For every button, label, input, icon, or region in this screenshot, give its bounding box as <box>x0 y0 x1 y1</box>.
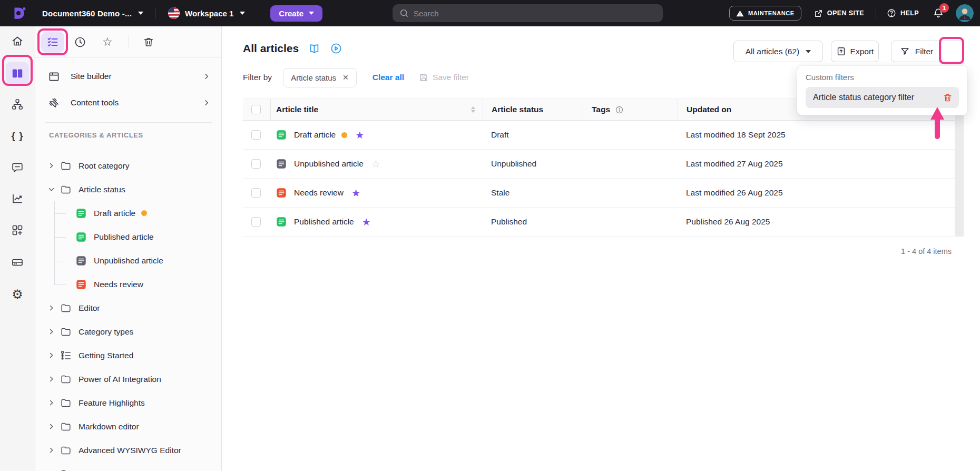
select-all-checkbox[interactable] <box>251 105 261 114</box>
docs-book-icon[interactable] <box>308 43 320 55</box>
folder-icon <box>60 421 72 433</box>
avatar[interactable] <box>956 4 974 22</box>
star-filled-icon[interactable]: ★ <box>362 217 371 227</box>
create-button[interactable]: Create <box>270 5 322 22</box>
folder-icon <box>60 374 72 385</box>
row-checkbox[interactable] <box>251 188 261 198</box>
filter-button-group: Filter <box>891 41 964 62</box>
info-icon[interactable] <box>615 105 624 114</box>
filter-button[interactable]: Filter <box>891 41 942 62</box>
home-icon[interactable] <box>11 35 24 47</box>
clear-all-link[interactable]: Clear all <box>373 73 404 82</box>
workspace-flag-icon <box>168 7 180 19</box>
tree-item-category-types[interactable]: Category types <box>35 320 221 344</box>
recent-clock-icon[interactable] <box>74 36 86 48</box>
article-doc-icon-green <box>75 231 87 243</box>
delete-filter-trash-icon[interactable] <box>943 93 953 103</box>
export-button[interactable]: Export <box>831 41 879 62</box>
categories-section-label: CATEGORIES & ARTICLES <box>49 131 143 139</box>
sitemap-icon[interactable] <box>11 98 24 111</box>
article-title[interactable]: Published article <box>294 217 354 227</box>
chevron-right-icon[interactable] <box>47 328 56 336</box>
tree-item-advanced-wysiwyg-editor[interactable]: Advanced WYSIWYG Editor <box>35 438 221 462</box>
chevron-down-icon <box>138 12 143 15</box>
table-row[interactable]: Published article ★ Published Published … <box>243 208 955 237</box>
tree-item-draft-article[interactable]: Draft article <box>35 201 221 225</box>
tree-item-published-article[interactable]: Published article <box>35 225 221 249</box>
document360-logo-icon <box>11 5 26 21</box>
table-row[interactable]: Needs review ★ Stale Last modified 26 Au… <box>243 179 955 208</box>
api-braces-icon[interactable]: { } <box>11 130 23 142</box>
tree-item-article-status[interactable]: Article status <box>35 178 221 201</box>
project-switcher[interactable]: Document360 Demo -... <box>42 9 143 18</box>
tree-item-power-of-ai-integration[interactable]: Power of AI Integration <box>35 367 221 391</box>
chevron-right-icon[interactable] <box>47 162 56 170</box>
row-checkbox[interactable] <box>251 159 261 169</box>
tree-item-getting-started[interactable]: Getting Started <box>35 344 221 367</box>
tree-item-partial[interactable] <box>35 462 221 471</box>
chevron-right-icon[interactable] <box>47 375 56 383</box>
help-circle-icon <box>887 8 896 18</box>
tree-item-unpublished-article[interactable]: Unpublished article <box>35 249 221 272</box>
table-row[interactable]: Draft article ★ Draft Last modified 18 S… <box>243 121 955 150</box>
star-filled-icon[interactable]: ★ <box>351 188 360 198</box>
widgets-icon[interactable] <box>11 224 24 237</box>
trash-icon[interactable] <box>143 36 154 48</box>
tree-item-feature-highlights[interactable]: Feature Highlights <box>35 391 221 415</box>
global-search <box>393 4 663 22</box>
article-title[interactable]: Draft article <box>294 130 336 140</box>
sidebar-item-site-builder[interactable]: Site builder <box>35 63 221 90</box>
save-filter-button[interactable]: Save filter <box>419 73 469 82</box>
chevron-right-icon[interactable] <box>47 423 56 430</box>
all-articles-list-icon[interactable] <box>41 32 64 53</box>
starred-icon[interactable]: ☆ <box>102 36 113 48</box>
star-filled-icon[interactable]: ★ <box>355 130 364 140</box>
sidebar-item-content-tools[interactable]: Content tools <box>35 90 221 116</box>
tree-item-needs-review[interactable]: Needs review <box>35 272 221 296</box>
workspace-switcher[interactable]: Workspace 1 <box>180 9 245 18</box>
tree-item-root-category[interactable]: Root category <box>35 154 221 178</box>
custom-filters-header: Custom filters <box>806 73 959 82</box>
custom-filter-item[interactable]: Article status category filter <box>806 87 959 108</box>
folder-icon <box>60 468 72 471</box>
table-row[interactable]: Unpublished article ☆ Unpublished Last m… <box>243 150 955 179</box>
filter-label: Filter <box>915 47 933 56</box>
row-checkbox[interactable] <box>251 130 261 140</box>
open-site-button[interactable]: OPEN SITE <box>814 9 864 18</box>
notifications-button[interactable]: 1 <box>933 7 944 19</box>
drive-icon[interactable] <box>11 256 24 269</box>
chevron-right-icon[interactable] <box>47 351 56 359</box>
tree-item-markdown-editor[interactable]: Markdown editor <box>35 415 221 438</box>
chevron-right-icon[interactable] <box>47 304 56 312</box>
row-checkbox[interactable] <box>251 217 261 227</box>
help-button[interactable]: HELP <box>887 8 919 18</box>
search-input[interactable] <box>393 4 663 22</box>
filter-chip-article-status[interactable]: Article status ✕ <box>283 68 357 87</box>
chevron-right-icon[interactable] <box>47 399 56 407</box>
article-title[interactable]: Unpublished article <box>294 159 364 169</box>
table-scrollbar[interactable] <box>955 99 964 237</box>
article-doc-icon-green <box>276 216 287 228</box>
remove-filter-icon[interactable]: ✕ <box>342 73 349 82</box>
chevron-down-icon[interactable] <box>47 185 56 193</box>
funnel-icon <box>900 46 910 56</box>
sort-icon[interactable] <box>471 106 475 113</box>
sidebar-item-label: Content tools <box>71 98 202 107</box>
article-doc-icon-gray <box>75 255 87 267</box>
article-title[interactable]: Needs review <box>294 188 344 198</box>
settings-gear-icon[interactable]: ⚙ <box>12 288 23 301</box>
star-outline-icon[interactable]: ☆ <box>371 159 380 169</box>
analytics-chart-icon[interactable] <box>11 192 24 205</box>
column-header-article-status[interactable]: Article status <box>483 99 583 120</box>
column-header-tags[interactable]: Tags <box>583 99 678 120</box>
documentation-book-icon[interactable] <box>6 62 29 85</box>
filter-dropdown-caret-button[interactable] <box>942 41 964 62</box>
feedback-comment-icon[interactable] <box>11 161 24 174</box>
column-header-article-title[interactable]: Article title <box>270 99 483 120</box>
play-video-icon[interactable] <box>330 42 342 55</box>
maintenance-badge[interactable]: MAINTENANCE <box>729 6 801 21</box>
sidebar: ☆ Site builder Content tools CATEGORIE <box>35 26 222 471</box>
chevron-right-icon[interactable] <box>47 446 56 454</box>
tree-item-editor[interactable]: Editor <box>35 296 221 320</box>
article-scope-dropdown[interactable]: All articles (62) <box>733 41 823 62</box>
